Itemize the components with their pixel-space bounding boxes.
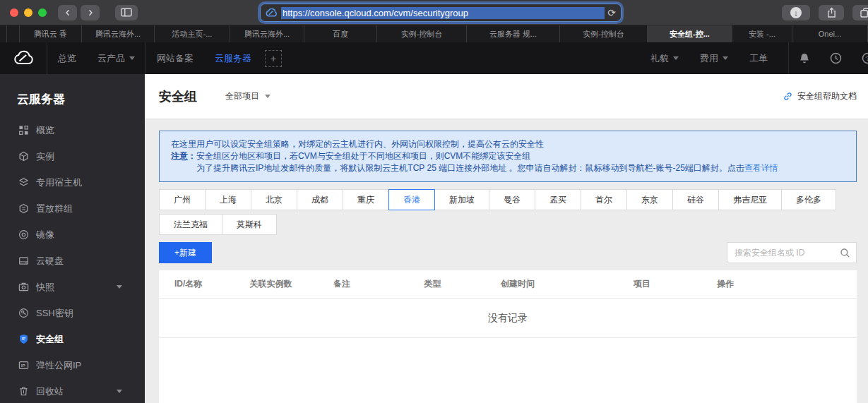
back-button[interactable] (58, 5, 77, 20)
page-title: 安全组 (159, 88, 197, 105)
browser-tab[interactable]: 云服务器 规... (467, 25, 560, 42)
region-tab-moscow[interactable]: 莫斯科 (222, 214, 277, 235)
region-tab-shanghai[interactable]: 上海 (205, 189, 251, 210)
column-header-type: 类型 (424, 278, 501, 290)
notice-line2: 注意：安全组区分地区和项目，若CVM与安全组处于不同地区和项目，则CVM不能绑定… (171, 150, 845, 162)
column-header-project: 项目 (634, 278, 718, 290)
reload-icon[interactable]: ⟳ (607, 7, 616, 18)
add-nav-shortcut-button[interactable]: + (265, 50, 282, 67)
browser-tab[interactable]: 实例-控制台 (377, 25, 467, 42)
nav-item-cloud-products[interactable]: 云产品 (87, 52, 145, 65)
chevron-down-icon (265, 95, 270, 98)
view-details-link[interactable]: 查看详情 (744, 163, 778, 173)
url-text: https://console.qcloud.com/cvm/securityg… (281, 7, 605, 19)
browser-tab[interactable]: 实例-控制台 (560, 25, 648, 42)
tencent-cloud-logo-icon[interactable] (13, 50, 35, 67)
action-bar: +新建 (159, 242, 857, 263)
nav-item-cvm[interactable]: 云服务器 (204, 52, 262, 65)
nav-item-website-record[interactable]: 网站备案 (146, 52, 204, 65)
ip-icon: IP (18, 360, 29, 371)
region-tab-tokyo[interactable]: 东京 (626, 189, 673, 210)
region-tab-siliconvalley[interactable]: 硅谷 (672, 189, 719, 210)
browser-tab[interactable]: 安装 -... (732, 25, 792, 42)
chevron-down-icon[interactable] (117, 390, 122, 393)
create-security-group-button[interactable]: +新建 (159, 242, 212, 263)
region-tab-virginia[interactable]: 弗吉尼亚 (718, 189, 782, 210)
region-tab-chengdu[interactable]: 成都 (297, 189, 343, 210)
nav-item-ticket[interactable]: 工单 (739, 52, 778, 65)
region-tab-hongkong[interactable]: 香港 (388, 189, 435, 210)
empty-state: 没有记录 (159, 299, 857, 338)
browser-tab[interactable]: 腾讯云海外... (230, 25, 304, 42)
browser-tab[interactable]: 腾讯云海外... (82, 25, 155, 42)
nav-item-billing[interactable]: 费用 (689, 52, 739, 65)
chevron-down-icon[interactable] (117, 285, 122, 289)
share-button[interactable] (819, 5, 844, 20)
tab-overview-button[interactable] (852, 5, 868, 20)
trash-icon (18, 386, 29, 397)
nav-item-account[interactable]: 礼貌 (640, 52, 689, 65)
notice-banner: 在这里用户可以设定安全组策略，对绑定的云主机进行内、外网访问权限控制，提高公有云… (159, 131, 857, 182)
sidebar-item-snapshots[interactable]: 快照 (0, 274, 145, 300)
zoom-window-button[interactable] (38, 8, 47, 17)
sidebar: 云服务器 概览 实例 专用宿主机 置放群组 镜像 云硬盘 快照 (0, 74, 145, 403)
sidebar-item-dedicated-host[interactable]: 专用宿主机 (0, 169, 145, 196)
region-tabs-row1: 广州 上海 北京 成都 重庆 香港 新加坡 曼谷 孟买 首尔 东京 硅谷 弗吉尼… (159, 189, 857, 210)
disk-icon (18, 255, 29, 266)
sidebar-item-cloud-disk[interactable]: 云硬盘 (0, 248, 145, 274)
region-tab-singapore[interactable]: 新加坡 (434, 189, 489, 210)
browser-chrome: https://console.qcloud.com/cvm/securityg… (0, 0, 868, 25)
region-tab-frankfurt[interactable]: 法兰克福 (159, 214, 222, 235)
browser-tab[interactable] (0, 25, 7, 42)
question-icon[interactable]: ? (862, 52, 868, 64)
link-icon (783, 91, 793, 102)
region-tab-guangzhou[interactable]: 广州 (159, 189, 206, 210)
column-header-id-name: ID/名称 (159, 278, 249, 290)
bell-icon[interactable] (799, 52, 810, 64)
sidebar-item-ssh-keys[interactable]: SSH密钥 (0, 300, 145, 326)
project-filter-dropdown[interactable]: 全部项目 (225, 90, 270, 102)
region-tab-bangkok[interactable]: 曼谷 (489, 189, 535, 210)
layers-icon (18, 177, 29, 188)
address-bar[interactable]: https://console.qcloud.com/cvm/securityg… (260, 4, 622, 22)
column-header-actions: 操作 (717, 278, 857, 290)
region-tab-mumbai[interactable]: 孟买 (535, 189, 581, 210)
forward-button[interactable] (81, 5, 100, 20)
clock-icon[interactable] (830, 52, 842, 64)
downloads-button[interactable]: ↓ (782, 5, 810, 20)
sidebar-item-recycle-bin[interactable]: 回收站 (0, 378, 145, 403)
browser-tab[interactable]: Onei... (792, 25, 868, 42)
browser-tab[interactable]: 活动主页-... (155, 25, 230, 42)
region-tab-seoul[interactable]: 首尔 (581, 189, 627, 210)
close-window-button[interactable] (10, 8, 18, 17)
mirror-icon (18, 229, 29, 240)
hexagon-icon (18, 203, 29, 214)
sidebar-item-images[interactable]: 镜像 (0, 222, 145, 248)
region-tab-toronto[interactable]: 多伦多 (781, 189, 836, 210)
page-header: 安全组 全部项目 安全组帮助文档 (145, 74, 868, 119)
browser-tab-active[interactable]: 安全组-控... (648, 25, 732, 42)
browser-tab[interactable]: 腾讯云 香 (20, 25, 82, 42)
sidebar-item-instances[interactable]: 实例 (0, 143, 145, 169)
help-doc-link[interactable]: 安全组帮助文档 (783, 90, 857, 102)
notice-line3: 为了提升腾讯云IP地址发邮件的质量，将默认限制云主机TCP 25 端口连接外部地… (171, 162, 845, 174)
sidebar-item-security-group[interactable]: 安全组 (0, 326, 145, 352)
chevron-down-icon (723, 56, 728, 60)
browser-tab[interactable]: 百度 (304, 25, 377, 42)
minimize-window-button[interactable] (24, 8, 32, 17)
tabs-icon (860, 8, 868, 18)
sidebar-item-elastic-ip[interactable]: IP 弹性公网IP (0, 352, 145, 378)
sidebar-item-overview[interactable]: 概览 (0, 117, 145, 143)
region-tab-chongqing[interactable]: 重庆 (343, 189, 389, 210)
chevron-down-icon (673, 56, 679, 60)
column-header-instance-count: 关联实例数 (249, 278, 333, 290)
nav-item-overview[interactable]: 总览 (47, 52, 87, 65)
browser-tab[interactable] (7, 25, 20, 42)
region-tab-beijing[interactable]: 北京 (251, 189, 297, 210)
search-input[interactable] (735, 248, 840, 258)
search-icon[interactable] (840, 248, 850, 258)
key-icon (18, 308, 29, 318)
chevron-right-icon (86, 8, 95, 17)
sidebar-toggle-button[interactable] (115, 5, 138, 20)
sidebar-item-placement-group[interactable]: 置放群组 (0, 196, 145, 222)
